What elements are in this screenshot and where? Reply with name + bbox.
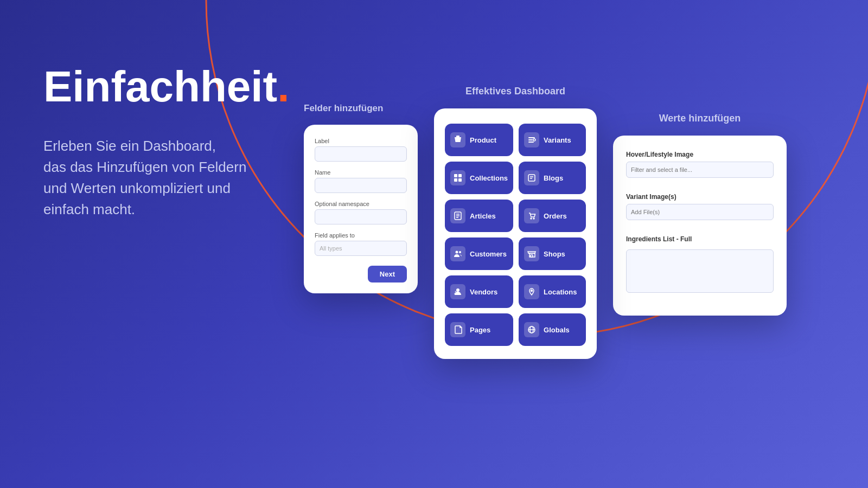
variants-label: Variants [544, 136, 571, 144]
cards-area: Felder hinzufügen Label Name Optional na… [304, 108, 787, 359]
next-button[interactable]: Next [368, 266, 407, 282]
applies-to-label: Field applies to [315, 232, 407, 239]
locations-label: Locations [544, 288, 577, 296]
customers-button[interactable]: Customers [445, 237, 513, 270]
ingredients-textarea[interactable] [626, 249, 774, 293]
blogs-label: Blogs [544, 174, 563, 182]
collections-button[interactable]: Collections [445, 162, 513, 194]
svg-rect-6 [458, 174, 462, 177]
variant-image-label: Variant Image(s) [626, 193, 774, 201]
headline: Einfachheit. [43, 65, 326, 108]
shops-button[interactable]: Shops [519, 237, 586, 270]
articles-label: Articles [470, 212, 496, 220]
left-section: Einfachheit. Erleben Sie ein Dashboard,d… [43, 65, 326, 220]
product-button[interactable]: Product [445, 124, 513, 156]
dashboard-grid: Product Variants Collections [445, 124, 586, 346]
blogs-icon [524, 170, 539, 185]
svg-rect-2 [528, 139, 533, 140]
svg-point-11 [531, 218, 532, 219]
vendors-button[interactable]: Vendors [445, 275, 513, 308]
collections-label: Collections [470, 174, 508, 182]
collections-icon [450, 170, 465, 185]
vendors-label: Vendors [470, 288, 497, 296]
variant-image-input[interactable] [626, 204, 774, 220]
headline-text: Einfachheit [43, 62, 277, 111]
headline-dot: . [277, 62, 289, 111]
svg-point-4 [533, 139, 535, 141]
ingredients-label: Ingredients List - Full [626, 235, 774, 243]
werte-card: Werte hinzufügen Hover/Lifestyle Image V… [613, 136, 787, 316]
hover-image-group: Hover/Lifestyle Image [626, 151, 774, 185]
werte-card-title: Werte hinzufügen [659, 113, 741, 124]
vendors-icon [450, 284, 465, 299]
blogs-button[interactable]: Blogs [519, 162, 586, 194]
variants-button[interactable]: Variants [519, 124, 586, 156]
product-icon [450, 132, 465, 147]
locations-icon [524, 284, 539, 299]
svg-rect-3 [528, 142, 534, 143]
felder-card: Felder hinzufügen Label Name Optional na… [304, 125, 418, 293]
name-input[interactable] [315, 178, 407, 193]
globals-label: Globals [544, 326, 570, 334]
orders-label: Orders [544, 212, 567, 220]
globals-icon [524, 322, 539, 337]
orders-icon [524, 208, 539, 223]
applies-to-group: Field applies to All types [315, 232, 407, 256]
globals-button[interactable]: Globals [519, 313, 586, 346]
pages-button[interactable]: Pages [445, 313, 513, 346]
articles-icon [450, 208, 465, 223]
svg-rect-8 [458, 178, 462, 182]
svg-point-12 [533, 218, 534, 219]
svg-rect-15 [531, 255, 533, 257]
variants-icon [524, 132, 539, 147]
pages-icon [450, 322, 465, 337]
svg-rect-7 [454, 178, 457, 182]
svg-rect-9 [528, 175, 535, 181]
product-label: Product [470, 136, 496, 144]
felder-card-title: Felder hinzufügen [304, 103, 383, 114]
svg-point-18 [531, 290, 533, 292]
hover-image-input[interactable] [626, 162, 774, 178]
dashboard-card: Effektives Dashboard Product Variants [434, 108, 597, 359]
applies-to-select[interactable]: All types [315, 241, 407, 256]
label-field-label: Label [315, 138, 407, 144]
namespace-field-label: Optional namespace [315, 201, 407, 207]
svg-rect-5 [454, 174, 457, 177]
svg-point-17 [455, 291, 457, 293]
description-text: Erleben Sie ein Dashboard,das das Hinzuf… [43, 136, 326, 220]
namespace-field-group: Optional namespace [315, 201, 407, 224]
name-field-group: Name [315, 169, 407, 193]
shops-icon [524, 246, 539, 261]
label-field-group: Label [315, 138, 407, 162]
ingredients-group: Ingredients List - Full [626, 235, 774, 295]
name-field-label: Name [315, 169, 407, 176]
svg-point-14 [459, 251, 461, 253]
dashboard-card-title: Effektives Dashboard [465, 86, 565, 97]
customers-icon [450, 246, 465, 261]
svg-point-13 [456, 251, 458, 254]
articles-button[interactable]: Articles [445, 200, 513, 232]
shops-label: Shops [544, 250, 565, 258]
svg-point-16 [456, 288, 459, 292]
variant-image-group: Variant Image(s) [626, 193, 774, 228]
svg-rect-1 [528, 137, 535, 138]
pages-label: Pages [470, 326, 490, 334]
hover-image-label: Hover/Lifestyle Image [626, 151, 774, 158]
label-input[interactable] [315, 146, 407, 162]
locations-button[interactable]: Locations [519, 275, 586, 308]
orders-button[interactable]: Orders [519, 200, 586, 232]
namespace-input[interactable] [315, 209, 407, 224]
customers-label: Customers [470, 250, 507, 258]
